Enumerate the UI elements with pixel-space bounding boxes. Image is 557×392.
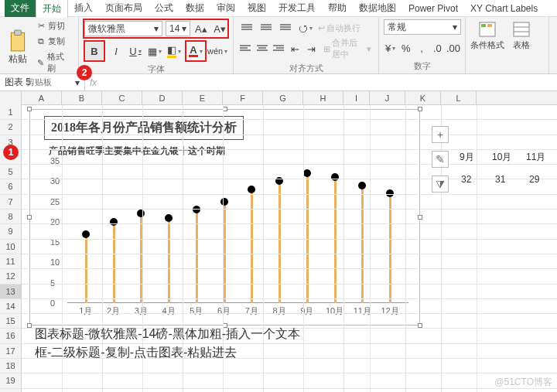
row-header-11[interactable]: 11: [0, 254, 21, 269]
conditional-format-button[interactable]: 条件格式: [470, 19, 504, 51]
align-bottom-button[interactable]: [277, 19, 294, 36]
column-header-I[interactable]: I: [343, 91, 370, 104]
cell-k-month: 10月: [492, 151, 511, 164]
column-header-A[interactable]: A: [22, 91, 62, 104]
chart-filter-button[interactable]: ⧩: [432, 176, 449, 193]
column-header-D[interactable]: D: [142, 91, 183, 104]
row-header-5[interactable]: 5: [0, 165, 21, 179]
cell-j-month: 9月: [460, 151, 474, 164]
percent-button[interactable]: %: [399, 39, 412, 56]
format-table-button[interactable]: 表格: [512, 19, 531, 51]
row-header-9[interactable]: 9: [0, 224, 21, 239]
comma-button[interactable]: ,: [415, 39, 428, 56]
currency-button[interactable]: ¥▾: [384, 39, 397, 56]
column-header-K[interactable]: K: [405, 91, 441, 104]
border-button[interactable]: ▦▾: [146, 43, 163, 60]
tab-review[interactable]: 审阅: [210, 0, 241, 17]
number-format-select[interactable]: 常规▾: [384, 19, 461, 35]
increase-font-button[interactable]: A▴: [193, 20, 209, 37]
column-header-L[interactable]: L: [441, 91, 477, 104]
decrease-decimal-button[interactable]: .00: [446, 39, 460, 56]
underline-button[interactable]: U▾: [127, 43, 144, 60]
tab-home[interactable]: 开始: [36, 0, 68, 18]
align-top-button[interactable]: [238, 19, 255, 36]
increase-indent-button[interactable]: ⇥: [305, 40, 319, 57]
tab-insert[interactable]: 插入: [68, 0, 99, 17]
formula-input[interactable]: fx: [85, 74, 557, 90]
group-styles: 条件格式 表格: [466, 17, 549, 73]
row-header-8[interactable]: 8: [0, 210, 21, 224]
format-painter-button[interactable]: ✎格式刷: [33, 50, 73, 75]
row-header-2[interactable]: 2: [0, 120, 21, 135]
tab-data[interactable]: 数据: [179, 0, 210, 17]
align-center-button[interactable]: [255, 40, 268, 57]
tab-page-layout[interactable]: 页面布局: [99, 0, 149, 17]
row-header-13[interactable]: 13: [0, 285, 21, 299]
align-bottom-icon: [280, 23, 291, 32]
tab-xy-chart-labels[interactable]: XY Chart Labels: [464, 1, 544, 16]
copy-button[interactable]: ⧉复制: [33, 35, 73, 48]
italic-button[interactable]: I: [108, 43, 125, 60]
font-color-letter: A: [189, 46, 197, 57]
fill-color-button[interactable]: ◧▾: [166, 43, 183, 60]
column-header-C[interactable]: C: [102, 91, 142, 104]
decrease-font-button[interactable]: A▾: [212, 20, 227, 37]
wrap-label: 自动换行: [326, 22, 361, 34]
clipboard-icon: [8, 29, 28, 53]
wrap-text-button[interactable]: ↩自动换行: [316, 22, 363, 35]
tab-formulas[interactable]: 公式: [149, 0, 179, 17]
phonetic-button[interactable]: wén▾: [209, 43, 226, 60]
row-header-18[interactable]: 18: [0, 359, 21, 373]
row-header-10[interactable]: 10: [0, 240, 21, 254]
cell-k-value: 31: [495, 174, 505, 185]
ribbon-tabs: 文件 开始 插入 页面布局 公式 数据 审阅 视图 开发工具 帮助 数据地图 P…: [0, 0, 557, 17]
tab-datamap[interactable]: 数据地图: [353, 0, 402, 17]
bold-button[interactable]: B: [86, 43, 103, 60]
align-left-button[interactable]: [238, 40, 252, 57]
column-header-H[interactable]: H: [303, 91, 343, 104]
row-header-14[interactable]: 14: [0, 299, 21, 314]
font-size-select[interactable]: 14▾: [166, 21, 190, 36]
align-right-button[interactable]: [272, 40, 285, 57]
row-header-12[interactable]: 12: [0, 269, 21, 284]
orientation-button[interactable]: ⭯▾: [296, 19, 313, 36]
column-header-E[interactable]: E: [183, 91, 223, 104]
svg-rect-4: [487, 24, 492, 27]
tab-power-pivot[interactable]: Power Pivot: [402, 1, 464, 16]
paste-button[interactable]: 粘贴: [5, 28, 31, 67]
annotation-caption: 图表标题-微软雅黑-14磅-黑体加粗-插入一个文本框-二级标题-复制-点击图表-…: [35, 325, 313, 362]
align-middle-button[interactable]: [258, 19, 275, 36]
chart-add-element-button[interactable]: +: [432, 126, 449, 143]
row-header-15[interactable]: 15: [0, 314, 21, 329]
row-header-1[interactable]: 1: [0, 105, 21, 120]
tab-view[interactable]: 视图: [241, 0, 272, 17]
row-header-17[interactable]: 17: [0, 344, 21, 359]
chart-styles-button[interactable]: ✎: [432, 151, 449, 168]
row-header-19[interactable]: 19: [0, 373, 21, 388]
tab-developer[interactable]: 开发工具: [272, 0, 322, 17]
tab-file[interactable]: 文件: [5, 0, 36, 17]
font-color-button[interactable]: A▾: [187, 43, 204, 60]
merge-center-button[interactable]: ⊞合并后居中▾: [321, 36, 374, 61]
align-left-icon: [240, 44, 251, 53]
table-label: 表格: [513, 39, 530, 51]
increase-decimal-button[interactable]: .0: [431, 39, 444, 56]
row-header-16[interactable]: 16: [0, 329, 21, 343]
column-header-J[interactable]: J: [370, 91, 405, 104]
row-header-7[interactable]: 7: [0, 195, 21, 210]
watermark: @51CTO博客: [494, 376, 552, 389]
decrease-indent-button[interactable]: ⇤: [288, 40, 302, 57]
column-header-B[interactable]: B: [62, 91, 102, 104]
group-font: 微软雅黑▾ 14▾ A▴ A▾ B I U▾ ▦▾ ◧▾ A▾ wén▾ 字体: [79, 17, 234, 73]
group-label-number: 数字: [384, 59, 460, 72]
tab-help[interactable]: 帮助: [322, 0, 353, 17]
column-header-G[interactable]: G: [263, 91, 303, 104]
align-middle-icon: [261, 23, 272, 32]
font-name-select[interactable]: 微软雅黑▾: [84, 21, 162, 36]
row-header-6[interactable]: 6: [0, 179, 21, 194]
group-alignment: ⭯▾ ↩自动换行 ⇤ ⇥ ⊞合并后居中▾ 对齐方式: [234, 17, 379, 73]
brush-icon: ✎: [36, 57, 46, 68]
cell-l-value: 29: [529, 174, 539, 185]
cut-button[interactable]: ✂剪切: [33, 19, 73, 32]
column-header-F[interactable]: F: [223, 91, 263, 104]
